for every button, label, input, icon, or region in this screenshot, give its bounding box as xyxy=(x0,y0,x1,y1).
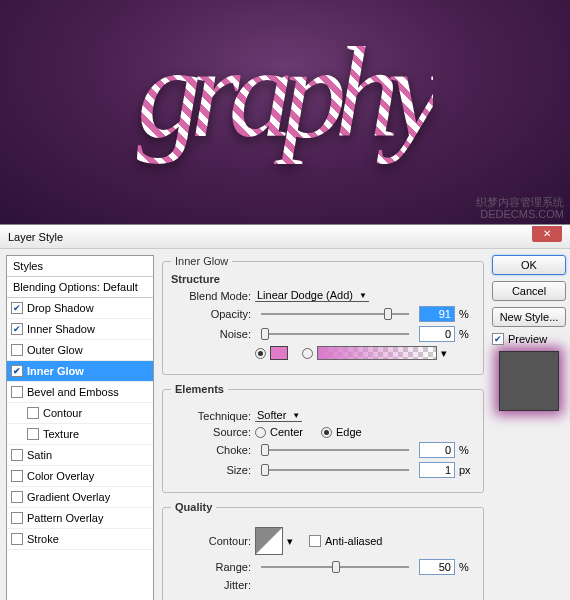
choke-input[interactable] xyxy=(419,442,455,458)
slider-thumb[interactable] xyxy=(384,308,392,320)
slider-thumb[interactable] xyxy=(261,328,269,340)
style-item-satin[interactable]: Satin xyxy=(7,445,153,466)
panel-title: Inner Glow xyxy=(171,255,232,267)
opacity-unit: % xyxy=(459,308,475,320)
elements-heading: Elements xyxy=(171,383,228,395)
style-item-inner-glow[interactable]: Inner Glow xyxy=(7,361,153,382)
quality-fieldset: Quality Contour: ▾ Anti-aliased Range: xyxy=(162,501,484,600)
checkbox-icon[interactable] xyxy=(11,512,23,524)
style-item-contour[interactable]: Contour xyxy=(7,403,153,424)
preview-checkbox[interactable] xyxy=(492,333,504,345)
style-item-outer-glow[interactable]: Outer Glow xyxy=(7,340,153,361)
chevron-down-icon: ▼ xyxy=(292,411,300,420)
contour-picker[interactable] xyxy=(255,527,283,555)
slider-thumb[interactable] xyxy=(332,561,340,573)
style-item-bevel-emboss[interactable]: Bevel and Emboss xyxy=(7,382,153,403)
styles-header[interactable]: Styles xyxy=(7,256,153,277)
watermark: 织梦内容管理系统 DEDECMS.COM xyxy=(476,196,564,220)
slider-thumb[interactable] xyxy=(261,464,269,476)
style-label: Inner Shadow xyxy=(27,323,95,335)
structure-heading: Structure xyxy=(171,273,475,285)
style-item-inner-shadow[interactable]: Inner Shadow xyxy=(7,319,153,340)
style-item-drop-shadow[interactable]: Drop Shadow xyxy=(7,298,153,319)
size-slider[interactable] xyxy=(261,463,409,477)
checkbox-icon[interactable] xyxy=(11,470,23,482)
choke-label: Choke: xyxy=(171,444,251,456)
slider-track xyxy=(261,333,409,335)
styles-list: Styles Blending Options: Default Drop Sh… xyxy=(6,255,154,600)
technique-dropdown[interactable]: Softer ▼ xyxy=(255,409,302,422)
checkbox-icon[interactable] xyxy=(11,533,23,545)
slider-track xyxy=(261,449,409,451)
layer-style-dialog: Layer Style ✕ Styles Blending Options: D… xyxy=(0,225,570,600)
style-label: Color Overlay xyxy=(27,470,94,482)
close-icon[interactable]: ✕ xyxy=(532,226,562,242)
style-item-pattern-overlay[interactable]: Pattern Overlay xyxy=(7,508,153,529)
size-unit: px xyxy=(459,464,475,476)
slider-thumb[interactable] xyxy=(261,444,269,456)
source-center-radio[interactable] xyxy=(255,427,266,438)
source-edge-radio[interactable] xyxy=(321,427,332,438)
choke-unit: % xyxy=(459,444,475,456)
color-swatch[interactable] xyxy=(270,346,288,360)
opacity-slider[interactable] xyxy=(261,307,409,321)
style-label: Stroke xyxy=(27,533,59,545)
style-item-stroke[interactable]: Stroke xyxy=(7,529,153,550)
blend-mode-dropdown[interactable]: Linear Dodge (Add) ▼ xyxy=(255,289,369,302)
style-item-gradient-overlay[interactable]: Gradient Overlay xyxy=(7,487,153,508)
checkbox-icon[interactable] xyxy=(27,407,39,419)
new-style-button[interactable]: New Style... xyxy=(492,307,566,327)
style-label: Texture xyxy=(43,428,79,440)
watermark-line2: DEDECMS.COM xyxy=(476,208,564,220)
blending-options[interactable]: Blending Options: Default xyxy=(7,277,153,298)
antialias-label: Anti-aliased xyxy=(325,535,382,547)
slider-track xyxy=(261,469,409,471)
range-label: Range: xyxy=(171,561,251,573)
checkbox-icon[interactable] xyxy=(11,386,23,398)
elements-fieldset: Elements Technique: Softer ▼ Source: Cen… xyxy=(162,383,484,493)
noise-label: Noise: xyxy=(171,328,251,340)
style-label: Gradient Overlay xyxy=(27,491,110,503)
choke-slider[interactable] xyxy=(261,443,409,457)
range-input[interactable] xyxy=(419,559,455,575)
checkbox-icon[interactable] xyxy=(11,302,23,314)
style-label: Satin xyxy=(27,449,52,461)
checkbox-icon[interactable] xyxy=(11,344,23,356)
size-input[interactable] xyxy=(419,462,455,478)
blend-mode-label: Blend Mode: xyxy=(171,290,251,302)
style-item-texture[interactable]: Texture xyxy=(7,424,153,445)
style-preview-swatch xyxy=(499,351,559,411)
noise-slider[interactable] xyxy=(261,327,409,341)
noise-unit: % xyxy=(459,328,475,340)
chevron-down-icon[interactable]: ▾ xyxy=(287,535,293,548)
opacity-label: Opacity: xyxy=(171,308,251,320)
quality-heading: Quality xyxy=(171,501,216,513)
checkbox-icon[interactable] xyxy=(27,428,39,440)
gradient-radio[interactable] xyxy=(302,348,313,359)
noise-input[interactable] xyxy=(419,326,455,342)
checkbox-icon[interactable] xyxy=(11,323,23,335)
cancel-button[interactable]: Cancel xyxy=(492,281,566,301)
inner-glow-fieldset: Inner Glow Structure Blend Mode: Linear … xyxy=(162,255,484,375)
range-slider[interactable] xyxy=(261,560,409,574)
antialias-checkbox[interactable] xyxy=(309,535,321,547)
artwork-text: graphy xyxy=(137,17,433,167)
checkbox-icon[interactable] xyxy=(11,491,23,503)
dialog-titlebar[interactable]: Layer Style ✕ xyxy=(0,226,570,249)
color-radio[interactable] xyxy=(255,348,266,359)
style-label: Inner Glow xyxy=(27,365,84,377)
ok-button[interactable]: OK xyxy=(492,255,566,275)
opacity-input[interactable] xyxy=(419,306,455,322)
checkbox-icon[interactable] xyxy=(11,365,23,377)
settings-panel: Inner Glow Structure Blend Mode: Linear … xyxy=(162,255,484,600)
watermark-line1: 织梦内容管理系统 xyxy=(476,196,564,208)
technique-label: Technique: xyxy=(171,410,251,422)
contour-label: Contour: xyxy=(171,535,251,547)
dialog-buttons: OK Cancel New Style... Preview xyxy=(492,255,570,600)
gradient-preview[interactable] xyxy=(317,346,437,360)
style-item-color-overlay[interactable]: Color Overlay xyxy=(7,466,153,487)
chevron-down-icon[interactable]: ▾ xyxy=(441,347,447,360)
source-label: Source: xyxy=(171,426,251,438)
technique-value: Softer xyxy=(257,409,286,421)
checkbox-icon[interactable] xyxy=(11,449,23,461)
